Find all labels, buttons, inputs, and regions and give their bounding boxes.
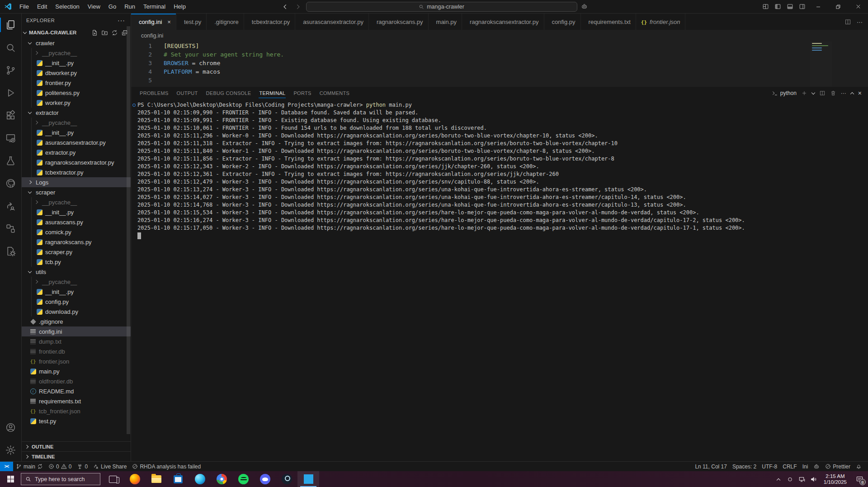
status-eol[interactable]: CRLF xyxy=(780,462,799,471)
tree-file-extractor-py[interactable]: extractor.py xyxy=(22,147,131,157)
notification-center-icon[interactable]: 8 xyxy=(851,471,868,487)
taskbar-search-input[interactable]: Type here to search xyxy=(21,473,100,485)
command-center-search[interactable]: manga-crawler xyxy=(306,2,577,12)
panel-more-actions-icon[interactable]: ··· xyxy=(841,90,846,96)
menu-run[interactable]: Run xyxy=(120,2,139,12)
split-terminal-icon[interactable] xyxy=(819,90,826,96)
tree-folder--pycache-[interactable]: __pycache__ xyxy=(22,197,131,207)
tab-config-py[interactable]: config.py xyxy=(544,14,581,30)
tree-folder-scraper[interactable]: scraper xyxy=(22,187,131,197)
toggle-sidebar-left-icon[interactable] xyxy=(772,0,784,13)
explorer-more-actions-icon[interactable]: ··· xyxy=(118,17,125,24)
activity-github-icon[interactable] xyxy=(0,172,21,194)
tree-folder--pycache-[interactable]: __pycache__ xyxy=(22,277,131,287)
tree-file-dump-txt[interactable]: dump.txt xyxy=(22,336,131,346)
taskbar-firefox-icon[interactable] xyxy=(124,471,146,487)
tree-file-test-py[interactable]: test.py xyxy=(22,416,131,426)
kill-terminal-icon[interactable] xyxy=(830,90,836,96)
taskbar-task-view-icon[interactable] xyxy=(102,471,124,487)
menu-go[interactable]: Go xyxy=(104,2,120,12)
panel-tab-problems[interactable]: PROBLEMS xyxy=(136,87,173,99)
taskbar-edge-icon[interactable] xyxy=(189,471,211,487)
network-icon[interactable] xyxy=(796,476,808,483)
vscode-logo-icon[interactable] xyxy=(0,3,15,10)
menu-selection[interactable]: Selection xyxy=(51,2,83,12)
terminal-profile[interactable]: python xyxy=(772,90,797,96)
tree-file--init-py[interactable]: __init__.py xyxy=(22,128,131,137)
menu-terminal[interactable]: Terminal xyxy=(139,2,170,12)
terminal-dropdown-icon[interactable] xyxy=(811,91,815,95)
activity-account-icon[interactable] xyxy=(0,416,21,439)
tray-expand-icon[interactable] xyxy=(773,477,784,482)
close-panel-icon[interactable]: × xyxy=(858,90,862,97)
tree-file-config-ini[interactable]: config.ini xyxy=(22,326,131,336)
tree-file--init-py[interactable]: __init__.py xyxy=(22,207,131,217)
tree-file-readme-md[interactable]: iREADME.md xyxy=(22,386,131,396)
tree-file-asurascansextractor-py[interactable]: asurascansextractor.py xyxy=(22,137,131,147)
tab-tcbextractor-py[interactable]: tcbextractor.py xyxy=(244,14,296,30)
status-cursor-position[interactable]: Ln 11, Col 17 xyxy=(692,462,730,471)
taskbar-steam-icon[interactable] xyxy=(276,471,297,487)
new-folder-icon[interactable] xyxy=(101,29,108,36)
taskbar-discord-icon[interactable] xyxy=(254,471,276,487)
activity-container-tools-icon[interactable] xyxy=(0,240,21,262)
activity-source-control-icon[interactable] xyxy=(0,59,21,81)
tree-file--init-py[interactable]: __init__.py xyxy=(22,58,131,68)
editor-more-actions-icon[interactable]: ··· xyxy=(857,19,863,25)
menu-view[interactable]: View xyxy=(84,2,104,12)
tree-file-asurascans-py[interactable]: asurascans.py xyxy=(22,217,131,227)
split-editor-icon[interactable] xyxy=(844,19,851,25)
editor-code-area[interactable]: 1[REQUESTS]2# Set your user agent string… xyxy=(131,42,868,87)
forward-arrow-icon[interactable] xyxy=(293,4,302,10)
tab-main-py[interactable]: main.py xyxy=(429,14,462,30)
tree-file-comick-py[interactable]: comick.py xyxy=(22,227,131,237)
panel-tab-ports[interactable]: PORTS xyxy=(289,87,315,99)
tree-file--gitignore[interactable]: .gitignore xyxy=(22,317,131,326)
tree-file-ragnarokscans-py[interactable]: ragnarokscans.py xyxy=(22,237,131,247)
activity-search-icon[interactable] xyxy=(0,36,21,59)
activity-extensions-icon[interactable] xyxy=(0,104,21,127)
copilot-icon[interactable] xyxy=(581,3,588,10)
status-remote[interactable]: >< xyxy=(0,462,13,471)
tree-file-worker-py[interactable]: worker.py xyxy=(22,98,131,108)
taskbar-microsoft-store-icon[interactable] xyxy=(167,471,189,487)
clock[interactable]: 2:15 AM 1/10/2025 xyxy=(820,473,851,485)
tab-frontier-json[interactable]: {}frontier.json xyxy=(636,14,686,30)
tree-folder-logs[interactable]: Logs xyxy=(22,177,131,187)
back-arrow-icon[interactable] xyxy=(281,4,290,10)
panel-tab-debug-console[interactable]: DEBUG CONSOLE xyxy=(202,87,255,99)
tab-close-icon[interactable]: × xyxy=(167,19,171,25)
status-prettier[interactable]: Prettier xyxy=(822,462,853,471)
activity-settings-icon[interactable] xyxy=(0,439,21,461)
new-file-icon[interactable] xyxy=(91,29,98,36)
tree-folder--pycache-[interactable]: __pycache__ xyxy=(22,48,131,58)
panel-tab-output[interactable]: OUTPUT xyxy=(173,87,202,99)
tree-file-config-py[interactable]: config.py xyxy=(22,297,131,307)
status-git-branch[interactable]: main xyxy=(13,462,46,471)
maximize-panel-icon[interactable] xyxy=(850,92,854,95)
activity-testing-icon[interactable] xyxy=(0,149,21,172)
menu-file[interactable]: File xyxy=(15,2,33,12)
status-indentation[interactable]: Spaces: 2 xyxy=(730,462,759,471)
start-button[interactable] xyxy=(0,471,21,487)
activity-live-share-icon[interactable] xyxy=(0,194,21,217)
panel-tab-comments[interactable]: COMMENTS xyxy=(316,87,354,99)
panel-tab-terminal[interactable]: TERMINAL xyxy=(255,87,289,99)
tree-folder-utils[interactable]: utils xyxy=(22,267,131,277)
tree-folder-crawler[interactable]: crawler xyxy=(22,38,131,48)
workspace-root-header[interactable]: MANGA-CRAWLER xyxy=(22,27,131,38)
tab--gitignore[interactable]: .gitignore xyxy=(207,14,244,30)
taskbar-vscode-icon[interactable] xyxy=(297,471,319,487)
breadcrumb[interactable]: config.ini xyxy=(131,30,868,42)
close-button[interactable] xyxy=(848,0,868,13)
tab-ragnarokscansextractor-py[interactable]: ragnarokscansextractor.py xyxy=(462,14,544,30)
tree-file-frontier-db[interactable]: frontier.db xyxy=(22,346,131,356)
tree-file-frontier-py[interactable]: frontier.py xyxy=(22,78,131,88)
toggle-sidebar-right-icon[interactable] xyxy=(796,0,808,13)
status-language-mode[interactable]: Ini xyxy=(800,462,811,471)
status-encoding[interactable]: UTF-8 xyxy=(759,462,780,471)
taskbar-file-explorer-icon[interactable] xyxy=(146,471,167,487)
tree-file-scraper-py[interactable]: scraper.py xyxy=(22,247,131,257)
refresh-icon[interactable] xyxy=(111,29,118,36)
tree-file-tcb-frontier-json[interactable]: {}tcb_frontier.json xyxy=(22,406,131,416)
